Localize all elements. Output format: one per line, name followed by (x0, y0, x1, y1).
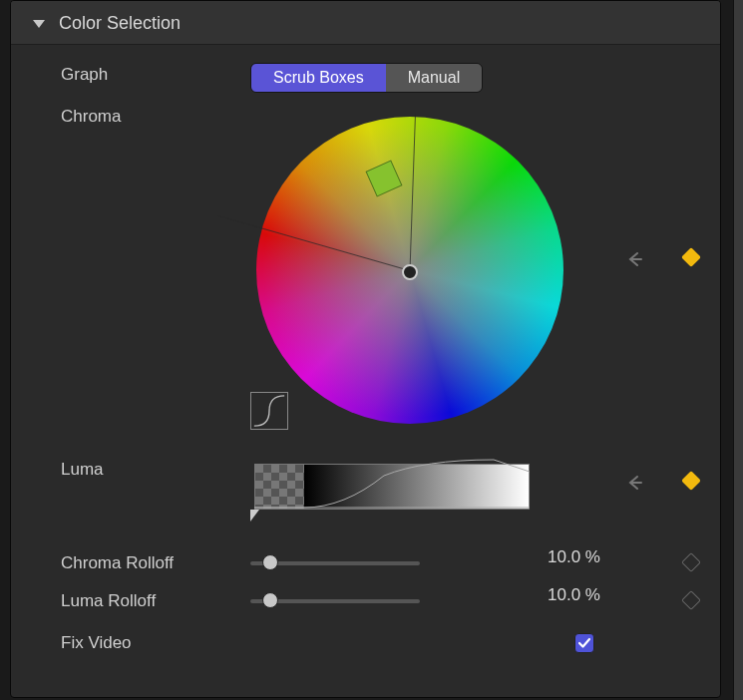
chroma-reset-button[interactable] (626, 250, 644, 268)
graph-mode-manual[interactable]: Manual (386, 64, 482, 92)
chroma-keyframe-button[interactable] (681, 247, 701, 267)
luma-row: Luma (11, 430, 720, 529)
luma-label: Luma (61, 454, 250, 480)
luma-gradient-control[interactable] (250, 458, 534, 529)
disclosure-triangle-icon[interactable] (33, 20, 45, 28)
chroma-row: Chroma (11, 101, 720, 430)
color-selection-panel: Color Selection Graph Scrub Boxes Manual… (10, 0, 721, 698)
check-icon (577, 636, 591, 650)
luma-range-handle[interactable] (250, 510, 259, 522)
luma-rolloff-row: Luma Rolloff 10.0 % (11, 579, 720, 617)
fix-video-checkbox[interactable] (574, 633, 594, 653)
section-title: Color Selection (59, 13, 181, 34)
luma-rolloff-slider[interactable] (250, 599, 420, 603)
chroma-rolloff-slider[interactable] (250, 561, 420, 565)
graph-row: Graph Scrub Boxes Manual (11, 45, 720, 101)
luma-rolloff-slider-thumb[interactable] (262, 592, 278, 608)
luma-reset-button[interactable] (626, 474, 644, 492)
chroma-rolloff-value[interactable]: 10.0 % (511, 547, 610, 567)
luma-rolloff-keyframe-button[interactable] (681, 590, 701, 610)
chroma-label: Chroma (61, 101, 250, 127)
section-header[interactable]: Color Selection (11, 1, 720, 45)
luma-rolloff-label: Luma Rolloff (61, 585, 250, 611)
luma-gradient[interactable] (254, 464, 530, 510)
right-gutter (733, 0, 743, 700)
graph-label: Graph (61, 59, 250, 85)
graph-mode-scrub-boxes[interactable]: Scrub Boxes (251, 64, 386, 92)
chroma-wheel-center[interactable] (402, 264, 418, 280)
chroma-rolloff-row: Chroma Rolloff 10.0 % (11, 529, 720, 579)
fix-video-label: Fix Video (61, 627, 250, 653)
chroma-curve-toggle[interactable] (250, 392, 288, 430)
graph-mode-segmented: Scrub Boxes Manual (250, 63, 483, 93)
fix-video-row: Fix Video (11, 617, 720, 653)
chroma-rolloff-label: Chroma Rolloff (61, 547, 250, 573)
chroma-rolloff-keyframe-button[interactable] (681, 552, 701, 572)
chroma-rolloff-slider-thumb[interactable] (262, 554, 278, 570)
luma-rolloff-value[interactable]: 10.0 % (511, 585, 610, 605)
chroma-wheel[interactable] (250, 111, 569, 430)
luma-keyframe-button[interactable] (681, 471, 701, 491)
